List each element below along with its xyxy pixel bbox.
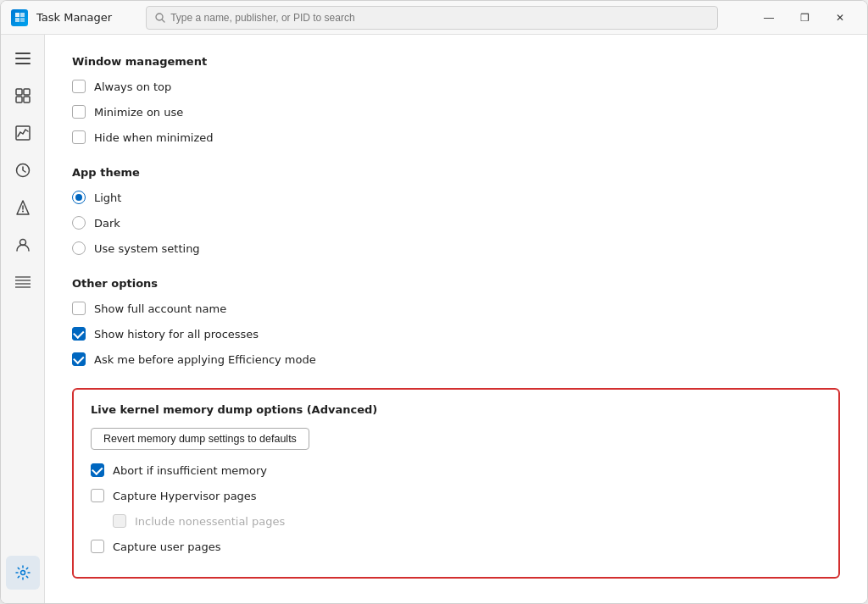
theme-light-label: Light bbox=[94, 191, 121, 204]
sidebar-item-users[interactable] bbox=[6, 228, 40, 262]
show-history-label: Show history for all processes bbox=[94, 328, 259, 341]
theme-system-radio[interactable] bbox=[72, 241, 86, 255]
show-account-checkbox[interactable] bbox=[72, 302, 86, 315]
minimize-on-use-checkbox[interactable] bbox=[72, 105, 86, 119]
window-controls: — ❒ ✕ bbox=[752, 4, 857, 31]
svg-rect-12 bbox=[24, 97, 30, 103]
option-show-history: Show history for all processes bbox=[72, 325, 840, 342]
hide-when-minimized-checkbox[interactable] bbox=[72, 130, 86, 144]
sidebar-item-startup[interactable] bbox=[6, 191, 40, 224]
option-theme-system: Use system setting bbox=[72, 240, 840, 257]
minimize-button[interactable]: — bbox=[752, 4, 786, 31]
capture-user-checkbox[interactable] bbox=[91, 540, 104, 553]
svg-point-17 bbox=[22, 211, 24, 213]
content-area: Window management Always on top Minimize… bbox=[1, 35, 867, 603]
svg-point-4 bbox=[156, 14, 163, 20]
theme-dark-radio[interactable] bbox=[72, 216, 86, 230]
window-management-section: Window management Always on top Minimize… bbox=[72, 55, 840, 146]
option-theme-light: Light bbox=[72, 189, 840, 206]
efficiency-mode-checkbox[interactable] bbox=[72, 352, 86, 366]
svg-rect-6 bbox=[15, 53, 31, 54]
svg-rect-10 bbox=[24, 89, 30, 95]
svg-rect-1 bbox=[20, 13, 25, 17]
svg-rect-3 bbox=[20, 18, 25, 22]
task-manager-window: Task Manager — ❒ ✕ bbox=[0, 0, 868, 604]
option-hide-when-minimized: Hide when minimized bbox=[72, 129, 840, 146]
show-history-checkbox[interactable] bbox=[72, 327, 86, 341]
sidebar bbox=[1, 35, 45, 603]
option-capture-user: Capture user pages bbox=[91, 538, 821, 555]
search-input[interactable] bbox=[170, 12, 709, 24]
svg-rect-11 bbox=[16, 97, 22, 103]
window-management-title: Window management bbox=[72, 55, 840, 68]
app-theme-title: App theme bbox=[72, 166, 840, 179]
include-nonessential-label: Include nonessential pages bbox=[135, 515, 285, 528]
abort-memory-label: Abort if insufficient memory bbox=[113, 464, 267, 477]
sidebar-item-processes[interactable] bbox=[6, 79, 40, 113]
svg-point-23 bbox=[20, 571, 25, 575]
search-bar[interactable] bbox=[146, 6, 718, 30]
include-nonessential-checkbox[interactable] bbox=[113, 514, 126, 528]
svg-rect-2 bbox=[15, 18, 19, 22]
window-title: Task Manager bbox=[36, 11, 112, 24]
option-capture-hypervisor: Capture Hypervisor pages bbox=[91, 487, 821, 504]
option-minimize-on-use: Minimize on use bbox=[72, 103, 840, 120]
hide-when-minimized-label: Hide when minimized bbox=[94, 131, 214, 144]
svg-rect-0 bbox=[15, 13, 19, 17]
sidebar-item-settings[interactable] bbox=[6, 556, 40, 590]
theme-dark-label: Dark bbox=[94, 217, 120, 230]
capture-user-label: Capture user pages bbox=[113, 540, 221, 553]
capture-hypervisor-checkbox[interactable] bbox=[91, 489, 104, 502]
option-show-account: Show full account name bbox=[72, 300, 840, 317]
always-on-top-checkbox[interactable] bbox=[72, 80, 86, 93]
other-options-title: Other options bbox=[72, 277, 840, 290]
option-include-nonessential: Include nonessential pages bbox=[113, 513, 821, 529]
title-bar: Task Manager — ❒ ✕ bbox=[1, 1, 867, 35]
option-abort-memory: Abort if insufficient memory bbox=[91, 462, 821, 479]
maximize-button[interactable]: ❒ bbox=[787, 4, 821, 31]
search-icon bbox=[155, 13, 165, 23]
sidebar-item-details[interactable] bbox=[6, 265, 40, 299]
theme-system-label: Use system setting bbox=[94, 242, 200, 255]
revert-button[interactable]: Revert memory dump settings to defaults bbox=[91, 428, 309, 450]
sidebar-item-history[interactable] bbox=[6, 153, 40, 187]
svg-rect-9 bbox=[16, 89, 22, 95]
option-efficiency-mode: Ask me before applying Efficiency mode bbox=[72, 351, 840, 368]
efficiency-mode-label: Ask me before applying Efficiency mode bbox=[94, 353, 316, 366]
app-icon bbox=[11, 9, 28, 26]
theme-light-radio[interactable] bbox=[72, 191, 86, 204]
close-button[interactable]: ✕ bbox=[823, 4, 857, 31]
settings-panel: Window management Always on top Minimize… bbox=[45, 35, 867, 603]
abort-memory-checkbox[interactable] bbox=[91, 463, 104, 477]
option-theme-dark: Dark bbox=[72, 214, 840, 231]
other-options-section: Other options Show full account name Sho… bbox=[72, 277, 840, 368]
sidebar-item-menu[interactable] bbox=[6, 42, 40, 75]
option-always-on-top: Always on top bbox=[72, 78, 840, 95]
svg-rect-7 bbox=[15, 58, 31, 59]
advanced-section: Live kernel memory dump options (Advance… bbox=[72, 388, 840, 579]
show-account-label: Show full account name bbox=[94, 302, 226, 315]
minimize-on-use-label: Minimize on use bbox=[94, 106, 183, 119]
svg-line-5 bbox=[163, 19, 165, 22]
sidebar-item-performance[interactable] bbox=[6, 116, 40, 150]
capture-hypervisor-label: Capture Hypervisor pages bbox=[113, 490, 257, 502]
app-theme-section: App theme Light Dark Use system setting bbox=[72, 166, 840, 257]
svg-rect-8 bbox=[15, 63, 31, 64]
advanced-title: Live kernel memory dump options (Advance… bbox=[91, 403, 821, 416]
always-on-top-label: Always on top bbox=[94, 80, 171, 93]
